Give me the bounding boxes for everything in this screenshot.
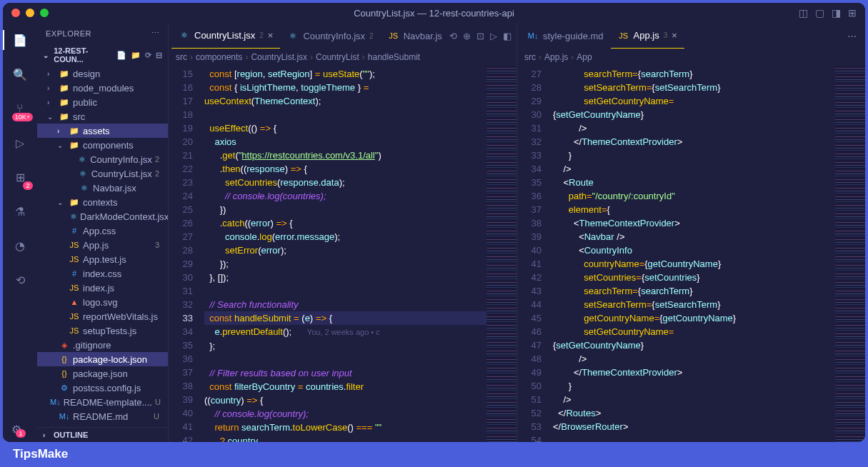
code-lines[interactable]: const [region, setRegion] = useState("")…	[204, 66, 487, 442]
tree-label: assets	[83, 126, 110, 136]
minimize-window-icon[interactable]	[26, 9, 34, 17]
md-icon: M↓	[50, 396, 61, 408]
activity-accounts-icon[interactable]: ◔	[10, 236, 30, 256]
tree-label: index.css	[83, 268, 121, 279]
js-icon: JS	[69, 311, 80, 322]
breadcrumb-item[interactable]: src	[524, 52, 536, 62]
tree-label: postcss.config.js	[73, 383, 141, 393]
window-title: CountryList.jsx — 12-rest-countries-api	[354, 8, 514, 19]
minimap[interactable]	[487, 66, 517, 442]
activity-extensions-icon[interactable]: ⊞2	[10, 167, 30, 187]
tree-node[interactable]: {} package-lock.json	[37, 352, 168, 366]
activity-explorer-icon[interactable]: 📄	[10, 30, 30, 50]
activity-search-icon[interactable]: 🔍	[10, 64, 30, 84]
new-folder-icon[interactable]: 📁	[131, 51, 141, 60]
react-icon: ⚛	[77, 154, 87, 165]
editor-tab[interactable]: ⚛ CountryList.jsx 2 ×	[171, 23, 280, 49]
outline-section[interactable]: › OUTLINE	[37, 427, 168, 442]
tree-node[interactable]: # App.css	[37, 224, 168, 238]
tab-action-icon[interactable]: ⊕	[463, 31, 471, 41]
editor-tab[interactable]: JS Navbar.js	[381, 23, 449, 49]
close-window-icon[interactable]	[11, 9, 20, 17]
folder-icon: 📁	[59, 96, 70, 108]
file-tree: › 📁 design › 📁 node_modules › 📁 public ⌄…	[37, 66, 168, 427]
refresh-icon[interactable]: ⟳	[145, 51, 151, 60]
tree-node[interactable]: {} package.json	[37, 366, 168, 381]
svg-icon: ▲	[69, 296, 80, 308]
tree-node[interactable]: › 📁 node_modules	[37, 81, 168, 95]
editor-tab[interactable]: ⚛ CountryInfo.jsx 2	[280, 23, 380, 49]
tree-node[interactable]: › 📁 assets	[37, 124, 168, 138]
tree-node[interactable]: M↓ README-template.... U	[37, 395, 168, 409]
breadcrumb-item[interactable]: App.js	[544, 52, 568, 62]
tab-action-icon[interactable]: ⊡	[477, 31, 484, 41]
tree-node[interactable]: # index.css	[37, 266, 168, 281]
tree-node[interactable]: ⚛ Navbar.jsx	[37, 181, 168, 195]
sidebar-title: EXPLORER	[46, 29, 91, 38]
tab-action-icon[interactable]: ⟲	[449, 31, 457, 41]
breadcrumb-item[interactable]: App	[577, 52, 592, 62]
tab-action-icon[interactable]: ▷	[490, 31, 497, 41]
tree-node[interactable]: JS setupTests.js	[37, 323, 168, 338]
react-icon: ⚛	[287, 30, 299, 41]
tree-node[interactable]: › 📁 design	[37, 66, 168, 81]
layout-icon[interactable]: ▢	[815, 7, 824, 19]
tree-node[interactable]: ▲ logo.svg	[37, 295, 168, 309]
tree-label: contexts	[83, 197, 117, 208]
layout-icon[interactable]: ◨	[832, 7, 841, 19]
project-row[interactable]: ⌄ 12-REST-COUN... 📄 📁 ⟳ ⊟	[37, 44, 168, 66]
tab-action-icon[interactable]: ◧	[503, 31, 512, 41]
tree-node[interactable]: JS reportWebVitals.js	[37, 309, 168, 323]
tree-node[interactable]: ◈ .gitignore	[37, 338, 168, 352]
editor-tab[interactable]: JS App.js 3 ×	[611, 23, 684, 49]
tree-label: package.json	[73, 368, 128, 379]
tab-label: style-guide.md	[543, 31, 604, 41]
tree-node[interactable]: ⚙ postcss.config.js	[37, 381, 168, 395]
folder-icon: 📁	[59, 68, 70, 79]
code-lines[interactable]: searchTerm={searchTerm} setSearchTerm={s…	[553, 66, 835, 442]
breadcrumb-item[interactable]: handleSubmit	[368, 52, 420, 62]
activity-testing-icon[interactable]: ⚗	[10, 201, 30, 221]
close-icon[interactable]: ×	[672, 30, 677, 41]
minimap[interactable]	[835, 66, 865, 442]
watermark: TipsMake	[13, 447, 68, 461]
titlebar: CountryList.jsx — 12-rest-countries-api …	[3, 3, 865, 23]
vscode-window: CountryList.jsx — 12-rest-countries-api …	[3, 3, 865, 442]
tree-node[interactable]: › 📁 public	[37, 95, 168, 109]
tree-node[interactable]: ⌄ 📁 contexts	[37, 195, 168, 209]
react-icon: ⚛	[78, 168, 89, 179]
collapse-icon[interactable]: ⊟	[156, 51, 162, 60]
tree-node[interactable]: ⚛ CountryList.jsx 2	[37, 166, 168, 181]
close-icon[interactable]: ×	[268, 30, 274, 41]
code-editor[interactable]: 2728293031323334353637383940414243444546…	[517, 66, 865, 442]
sidebar-more-icon[interactable]: ⋯	[151, 29, 160, 38]
breadcrumb-item[interactable]: src	[176, 52, 187, 62]
tree-node[interactable]: ⌄ 📁 src	[37, 109, 168, 124]
new-file-icon[interactable]: 📄	[116, 51, 126, 60]
json-icon: {}	[59, 368, 70, 379]
activity-remote-icon[interactable]: ⟲	[10, 270, 30, 290]
tree-node[interactable]: ⚛ DarkModeContext.jsx	[37, 209, 168, 224]
right-editor-pane: M↓ style-guide.md JS App.js 3 × ⋯ src › …	[517, 23, 865, 442]
tree-node[interactable]: ⌄ 📁 components	[37, 138, 168, 152]
tree-node[interactable]: JS index.js	[37, 281, 168, 295]
tab-action-icon[interactable]: ⋯	[847, 31, 857, 41]
activity-source-control-icon[interactable]: ⑂10K+	[10, 99, 30, 119]
tree-node[interactable]: ⚛ CountryInfo.jsx 2	[37, 152, 168, 166]
breadcrumb-item[interactable]: CountryList	[316, 52, 359, 62]
code-editor[interactable]: 1516171819202122232425262728293031323334…	[169, 66, 517, 442]
layout-icon[interactable]: ◫	[799, 7, 808, 19]
settings-gear-icon[interactable]: ⚙1	[11, 423, 21, 436]
tree-label: App.js	[83, 240, 109, 251]
breadcrumb-item[interactable]: components	[196, 52, 242, 62]
tree-node[interactable]: JS App.js 3	[37, 238, 168, 252]
traffic-lights	[11, 9, 49, 17]
editor-tab[interactable]: M↓ style-guide.md	[520, 23, 611, 49]
tree-node[interactable]: M↓ README.md U	[37, 409, 168, 423]
breadcrumb-item[interactable]: CountryList.jsx	[251, 52, 307, 62]
maximize-window-icon[interactable]	[40, 9, 49, 17]
left-editor-pane: ⚛ CountryList.jsx 2 × ⚛ CountryInfo.jsx …	[169, 23, 517, 442]
activity-run-debug-icon[interactable]: ▷	[10, 133, 30, 153]
layout-icon[interactable]: ⊞	[848, 7, 857, 19]
tree-node[interactable]: JS App.test.js	[37, 252, 168, 266]
